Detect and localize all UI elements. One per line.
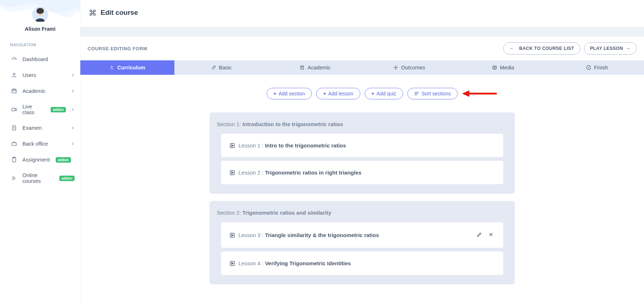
chevron-right-icon — [71, 107, 75, 112]
svg-rect-6 — [12, 108, 15, 111]
nav-online-courses-icon — [11, 175, 17, 181]
svg-marker-27 — [232, 145, 233, 146]
leaf-icon — [211, 65, 216, 70]
nav-live-class[interactable]: Live classaddon — [0, 99, 80, 120]
nav-examen[interactable]: Examen — [0, 120, 80, 136]
addon-badge: addon — [51, 107, 66, 112]
addon-badge: addon — [59, 176, 75, 181]
lesson-label: Lesson 1 : Intro to the trigonometric ra… — [238, 142, 346, 149]
nav-label: Online courses — [22, 172, 54, 184]
nav-assignment-icon — [11, 156, 17, 163]
tab-label: Outcomes — [401, 65, 425, 70]
pencil-icon — [476, 232, 482, 237]
svg-marker-25 — [462, 90, 469, 97]
nav-users[interactable]: Users — [0, 67, 80, 83]
nav-examen-icon — [11, 125, 17, 131]
avatar[interactable] — [32, 7, 48, 22]
nav-label: Dashboard — [22, 56, 48, 62]
back-to-course-list-button[interactable]: BACK TO COURSE LIST — [503, 42, 580, 55]
svg-marker-29 — [232, 172, 233, 173]
nav-academic-icon — [11, 88, 17, 94]
check-icon — [586, 65, 591, 70]
tab-label: Media — [500, 65, 514, 70]
form-title: COURSE EDITING FORM — [88, 46, 147, 51]
nav-label: Live class — [22, 104, 45, 115]
lesson-label: Lesson 3 : Triangle similarity & the tri… — [238, 232, 379, 238]
nav-users-icon — [11, 72, 17, 78]
user-name: Alison Frami — [25, 26, 56, 32]
nav-assignment[interactable]: Assignmentaddon — [0, 152, 80, 168]
play-icon — [230, 261, 235, 266]
svg-point-3 — [13, 73, 15, 75]
sections-list: Section 1: Introduction to the trigonome… — [209, 112, 515, 284]
sidebar-nav: DashboardUsersAcademicLive classaddonExa… — [0, 50, 80, 190]
tab-label: Curriculum — [117, 65, 145, 70]
svg-rect-2 — [37, 12, 43, 13]
nav-dashboard[interactable]: Dashboard — [0, 51, 80, 67]
lesson-row[interactable]: Lesson 1 : Intro to the trigonometric ra… — [221, 134, 503, 157]
sort-sections-button[interactable]: Sort sections — [407, 88, 458, 99]
course-edit-card: COURSE EDITING FORM BACK TO COURSE LIST … — [80, 36, 644, 305]
section-block: Section 2: Trigonometric ratios and simi… — [209, 201, 515, 284]
nav-label: Users — [22, 72, 36, 78]
add-lesson-button[interactable]: Add lesson — [316, 88, 360, 99]
svg-marker-35 — [232, 262, 233, 264]
nav-dashboard-icon — [11, 56, 17, 63]
play-icon — [230, 170, 235, 175]
nav-label: Academic — [22, 88, 46, 94]
sort-icon — [414, 91, 419, 96]
tab-finish[interactable]: Finish — [550, 60, 644, 75]
nav-label: Examen — [22, 125, 42, 131]
add-quiz-button[interactable]: Add quiz — [365, 88, 403, 99]
addon-badge: addon — [56, 157, 71, 163]
edit-lesson-button[interactable] — [476, 231, 483, 239]
play-lesson-button[interactable]: PLAY LESSON→ — [584, 42, 637, 55]
lesson-row[interactable]: Lesson 4 : Verifying Trigonometric Ident… — [221, 252, 503, 275]
delete-lesson-button[interactable] — [487, 231, 495, 239]
command-icon — [89, 9, 96, 16]
tab-label: Basic — [219, 65, 232, 70]
tab-basic[interactable]: Basic — [174, 60, 268, 75]
nav-live-class-icon — [11, 106, 17, 113]
sidebar-section-heading: NAVIGATION — [0, 35, 80, 50]
section-title: Section 1: Introduction to the trigonome… — [217, 121, 508, 127]
tab-curriculum[interactable]: Curriculum — [80, 60, 174, 75]
curriculum-icon — [109, 65, 114, 70]
tab-academic[interactable]: Academic — [268, 60, 362, 75]
move-icon — [393, 65, 398, 70]
chevron-right-icon — [71, 88, 75, 94]
svg-rect-4 — [12, 90, 16, 93]
play-icon — [230, 143, 235, 148]
nav-online-courses[interactable]: Online coursesaddon — [0, 168, 80, 189]
lesson-label: Lesson 4 : Verifying Trigonometric Ident… — [238, 260, 351, 266]
svg-marker-31 — [232, 234, 233, 236]
lesson-row[interactable]: Lesson 3 : Triangle similarity & the tri… — [221, 222, 503, 248]
page-title: Edit course — [101, 9, 138, 17]
lesson-row[interactable]: Lesson 2 : Trigonometric ratios in right… — [221, 161, 503, 184]
highlight-arrow-icon — [462, 90, 497, 98]
lesson-label: Lesson 2 : Trigonometric ratios in right… — [238, 169, 361, 176]
nav-back-office[interactable]: Back office — [0, 136, 80, 152]
lesson-actions — [476, 231, 495, 239]
add-section-button[interactable]: Add section — [267, 88, 312, 99]
curriculum-body: Add section Add lesson Add quiz Sort sec… — [80, 75, 644, 305]
tab-outcomes[interactable]: Outcomes — [362, 60, 456, 75]
close-icon — [488, 232, 494, 237]
svg-marker-20 — [494, 67, 495, 68]
page-header: Edit course — [80, 0, 644, 27]
sidebar-header: Alison Frami — [0, 0, 80, 35]
chevron-right-icon — [71, 125, 75, 131]
sidebar: Alison Frami NAVIGATION DashboardUsersAc… — [0, 0, 80, 305]
svg-rect-10 — [12, 143, 16, 146]
tab-media[interactable]: Media — [456, 60, 550, 75]
nav-label: Back office — [22, 141, 48, 147]
tab-label: Finish — [594, 65, 608, 70]
nav-label: Assignment — [22, 157, 50, 163]
svg-marker-13 — [13, 176, 16, 180]
section-block: Section 1: Introduction to the trigonome… — [209, 112, 515, 194]
tab-label: Academic — [308, 65, 331, 70]
nav-academic[interactable]: Academic — [0, 83, 80, 99]
chevron-right-icon — [71, 72, 75, 78]
chevron-right-icon — [71, 141, 75, 147]
course-tabs: CurriculumBasicAcademicOutcomesMediaFini… — [80, 60, 644, 75]
